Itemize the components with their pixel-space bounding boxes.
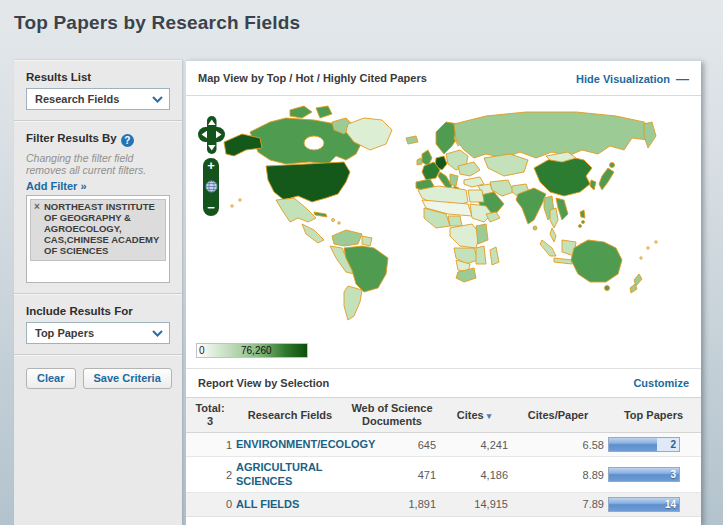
sidebar-buttons: Clear Save Criteria xyxy=(14,356,182,389)
cites-label: Cites xyxy=(457,409,484,421)
report-header: Report View by Selection Customize xyxy=(186,368,701,397)
table-row: 2 AGRICULTURAL SCIENCES 471 4,186 8.89 3 xyxy=(186,457,701,492)
cites-per-paper-cell: 8.89 xyxy=(510,457,606,492)
top-papers-cell: 3 xyxy=(606,457,701,492)
top-papers-value: 2 xyxy=(670,439,676,450)
filter-by-label: Filter Results By? xyxy=(26,132,170,147)
documents-cell: 471 xyxy=(346,457,438,492)
hide-visualization-link[interactable]: Hide Visualization xyxy=(576,73,670,85)
report-view-title: Report View by Selection xyxy=(198,377,329,389)
remove-filter-icon[interactable]: × xyxy=(34,201,40,213)
cites-per-paper-cell: 7.89 xyxy=(510,492,606,516)
table-row: 1 ENVIRONMENT/ECOLOGY 645 4,241 6.58 2 xyxy=(186,433,701,457)
clear-button[interactable]: Clear xyxy=(26,368,76,389)
rank-cell: 0 xyxy=(186,492,234,516)
customize-link[interactable]: Customize xyxy=(633,377,689,389)
documents-cell: 1,891 xyxy=(346,492,438,516)
chevron-down-icon xyxy=(152,330,163,337)
cites-cell: 4,241 xyxy=(438,433,510,457)
field-link[interactable]: AGRICULTURAL SCIENCES xyxy=(236,461,344,487)
country-usa xyxy=(266,162,350,202)
field-cell: ENVIRONMENT/ECOLOGY xyxy=(234,433,346,457)
map-countries[interactable] xyxy=(206,106,657,320)
globe-icon[interactable] xyxy=(205,180,218,193)
collapse-icon[interactable]: — xyxy=(676,71,689,86)
results-list-dropdown[interactable]: Research Fields xyxy=(26,88,170,110)
field-cell: AGRICULTURAL SCIENCES xyxy=(234,457,346,492)
cites-cell: 14,915 xyxy=(438,492,510,516)
sort-arrow-icon: ▾ xyxy=(487,411,492,421)
chevron-down-icon xyxy=(152,96,163,103)
cites-per-paper-cell: 6.58 xyxy=(510,433,606,457)
zoom-out-button[interactable]: − xyxy=(207,201,215,214)
map-zoom-control[interactable]: + − xyxy=(203,158,219,216)
column-documents: Web of Science Documents xyxy=(346,398,438,433)
rank-cell: 1 xyxy=(186,433,234,457)
filter-tag[interactable]: × NORTHEAST INSTITUTE OF GEOGRAPHY & AGR… xyxy=(30,199,166,261)
bar-fill xyxy=(609,468,679,481)
include-results-selected: Top Papers xyxy=(35,327,94,339)
top-papers-cell: 2 xyxy=(606,433,701,457)
hide-visualization-control[interactable]: Hide Visualization— xyxy=(576,69,689,87)
map-view-title: Map View by Top / Hot / Highly Cited Pap… xyxy=(198,72,427,84)
bar-fill xyxy=(609,438,657,451)
include-results-section: Include Results For Top Papers xyxy=(14,295,182,354)
cites-cell: 4,186 xyxy=(438,457,510,492)
main-panel: Map View by Top / Hot / Highly Cited Pap… xyxy=(186,60,701,525)
add-filter-link[interactable]: Add Filter » xyxy=(26,180,170,192)
map-pan-control[interactable] xyxy=(198,116,225,154)
filter-note: Changing the filter field removes all cu… xyxy=(26,152,170,176)
help-icon[interactable]: ? xyxy=(121,134,134,147)
results-list-section: Results List Research Fields xyxy=(14,61,182,120)
country-alaska xyxy=(224,134,262,156)
world-choropleth-map[interactable] xyxy=(186,96,701,368)
column-cites-sortable[interactable]: Cites ▾ xyxy=(438,398,510,433)
legend-min-value: 0 xyxy=(199,345,205,356)
field-cell: ALL FIELDS xyxy=(234,492,346,516)
top-papers-value: 14 xyxy=(665,499,676,510)
zoom-in-button[interactable]: + xyxy=(207,159,215,172)
legend-max-value: 76,260 xyxy=(241,345,272,356)
total-value: 3 xyxy=(188,415,232,428)
country-russia xyxy=(454,112,654,158)
top-papers-bar[interactable]: 2 xyxy=(608,437,680,452)
country-india xyxy=(516,188,546,224)
map-legend: 0 76,260 xyxy=(196,343,308,358)
include-results-label: Include Results For xyxy=(26,305,170,317)
country-japan xyxy=(599,168,614,190)
save-criteria-button[interactable]: Save Criteria xyxy=(83,368,172,389)
total-header: Total: 3 xyxy=(186,398,234,433)
country-australia xyxy=(571,240,622,282)
rank-cell: 2 xyxy=(186,457,234,492)
filter-tag-text: NORTHEAST INSTITUTE OF GEOGRAPHY & AGROE… xyxy=(44,201,159,256)
results-list-selected: Research Fields xyxy=(35,93,119,105)
column-cites-per-paper: Cites/Paper xyxy=(510,398,606,433)
country-south-korea xyxy=(590,180,596,190)
page-title: Top Papers by Research Fields xyxy=(14,12,300,34)
column-research-fields: Research Fields xyxy=(234,398,346,433)
field-link[interactable]: ALL FIELDS xyxy=(236,498,299,511)
filter-by-section: Filter Results By? Changing the filter f… xyxy=(14,122,182,293)
include-results-dropdown[interactable]: Top Papers xyxy=(26,322,170,344)
top-papers-value: 3 xyxy=(670,469,676,480)
world-map-visualization[interactable]: + − 0 76,260 xyxy=(186,96,701,368)
top-papers-bar[interactable]: 3 xyxy=(608,467,680,482)
results-list-label: Results List xyxy=(26,71,170,83)
filter-by-label-text: Filter Results By xyxy=(26,132,117,144)
top-papers-cell: 14 xyxy=(606,492,701,516)
top-papers-bar[interactable]: 14 xyxy=(608,497,680,512)
active-filter-box: × NORTHEAST INSTITUTE OF GEOGRAPHY & AGR… xyxy=(26,195,170,283)
field-link[interactable]: ENVIRONMENT/ECOLOGY xyxy=(236,438,375,451)
filters-sidebar: Results List Research Fields Filter Resu… xyxy=(14,60,182,525)
report-table: Total: 3 Research Fields Web of Science … xyxy=(186,397,701,517)
map-panel-header: Map View by Top / Hot / Highly Cited Pap… xyxy=(186,61,701,96)
total-label: Total: xyxy=(188,402,232,415)
table-row: 0 ALL FIELDS 1,891 14,915 7.89 14 xyxy=(186,492,701,516)
column-top-papers: Top Papers xyxy=(606,398,701,433)
